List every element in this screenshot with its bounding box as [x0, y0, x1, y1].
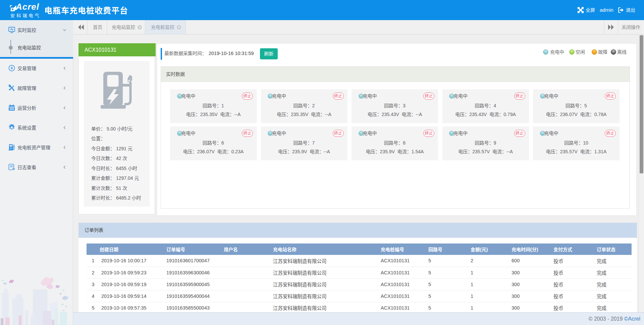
- svg-text:¥: ¥: [11, 66, 13, 70]
